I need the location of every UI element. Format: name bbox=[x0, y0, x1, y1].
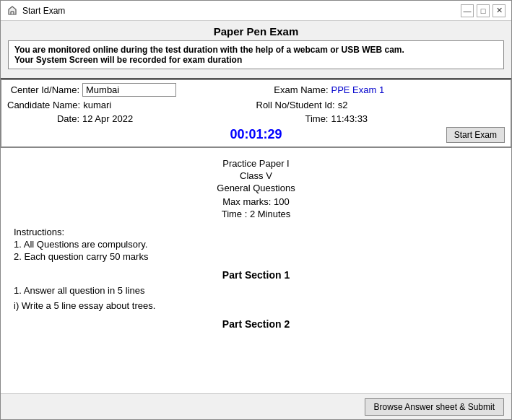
roll-label: Roll No/Student Id: bbox=[256, 100, 335, 110]
timer-display: 00:01:29 bbox=[7, 127, 505, 142]
time-label: Time: bbox=[256, 113, 329, 124]
browse-submit-button[interactable]: Browse Answer sheet & Submit bbox=[365, 398, 504, 416]
date-col: Date: 12 Apr 2022 bbox=[7, 113, 256, 124]
monitor-notice-line2: Your System Screen will be recorded for … bbox=[14, 55, 242, 65]
time-value: 11:43:33 bbox=[331, 113, 418, 124]
instructions-title: Instructions: bbox=[14, 227, 498, 237]
center-label: Center Id/Name: bbox=[7, 84, 79, 95]
center-value: Mumbai bbox=[82, 83, 176, 97]
part-section-1: Part Section 1 1. Answer all question in… bbox=[14, 269, 498, 311]
roll-col: Roll No/Student Id: s2 bbox=[256, 100, 506, 110]
window-title: Start Exam bbox=[22, 6, 461, 16]
exam-name-label: Exam Name: bbox=[256, 84, 329, 95]
time-allowed: Time : 2 Minutes bbox=[14, 209, 498, 219]
instruction-2: 2. Each question carry 50 marks bbox=[14, 251, 498, 262]
minimize-button[interactable]: — bbox=[461, 4, 474, 17]
roll-value: s2 bbox=[338, 100, 425, 110]
info-section: Center Id/Name: Mumbai Exam Name: PPE Ex… bbox=[1, 79, 511, 147]
date-label: Date: bbox=[7, 113, 79, 124]
exam-name-col: Exam Name: PPE Exam 1 bbox=[256, 84, 506, 95]
svg-marker-0 bbox=[9, 6, 16, 14]
window-icon bbox=[6, 5, 18, 17]
candidate-col: Candidate Name: kumari bbox=[7, 100, 256, 110]
candidate-value: kumari bbox=[83, 100, 170, 110]
instructions-block: Instructions: 1. All Questions are compu… bbox=[14, 227, 498, 262]
instruction-1: 1. All Questions are compulsory. bbox=[14, 239, 498, 250]
info-row-2: Candidate Name: kumari Roll No/Student I… bbox=[7, 100, 505, 110]
time-col: Time: 11:43:33 bbox=[256, 113, 506, 124]
part1-question: i) Write a 5 line essay about trees. bbox=[14, 300, 498, 311]
exam-name-value: PPE Exam 1 bbox=[331, 84, 418, 95]
content-area: Practice Paper I Class V General Questio… bbox=[1, 147, 511, 393]
window-controls: — □ ✕ bbox=[461, 4, 506, 17]
info-row-3: Date: 12 Apr 2022 Time: 11:43:33 bbox=[7, 113, 505, 124]
start-exam-button[interactable]: Start Exam bbox=[446, 127, 505, 143]
info-row-1: Center Id/Name: Mumbai Exam Name: PPE Ex… bbox=[7, 83, 505, 97]
max-marks: Max marks: 100 bbox=[14, 196, 498, 207]
center-col: Center Id/Name: Mumbai bbox=[7, 83, 256, 97]
main-window: Start Exam — □ ✕ Paper Pen Exam You are … bbox=[0, 0, 512, 420]
header-section: Paper Pen Exam You are monitored online … bbox=[1, 21, 511, 79]
close-button[interactable]: ✕ bbox=[493, 4, 506, 17]
title-bar: Start Exam — □ ✕ bbox=[1, 1, 511, 21]
maximize-button[interactable]: □ bbox=[477, 4, 490, 17]
class-title: Class V bbox=[14, 170, 498, 181]
candidate-label: Candidate Name: bbox=[7, 100, 80, 110]
bottom-bar: Browse Answer sheet & Submit bbox=[1, 393, 511, 419]
scrollable-content: Practice Paper I Class V General Questio… bbox=[1, 148, 511, 393]
part1-instruction: 1. Answer all question in 5 lines bbox=[14, 285, 498, 296]
paper-title: Paper Pen Exam bbox=[8, 25, 504, 38]
general-questions: General Questions bbox=[14, 183, 498, 193]
practice-title: Practice Paper I bbox=[14, 158, 498, 169]
monitor-notice-line1: You are monitored online during the test… bbox=[14, 45, 404, 55]
part2-title: Part Section 2 bbox=[14, 318, 498, 330]
part1-title: Part Section 1 bbox=[14, 269, 498, 281]
main-content: Paper Pen Exam You are monitored online … bbox=[1, 21, 511, 419]
monitor-notice: You are monitored online during the test… bbox=[8, 40, 504, 69]
date-value: 12 Apr 2022 bbox=[82, 113, 169, 124]
timer-row: 00:01:29 Start Exam bbox=[7, 127, 505, 142]
